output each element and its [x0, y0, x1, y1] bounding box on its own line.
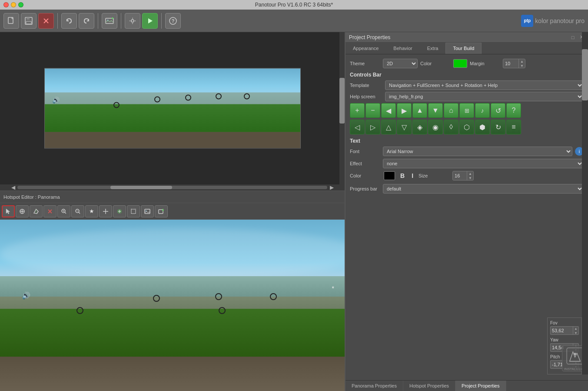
add-image-btn[interactable]	[155, 205, 168, 217]
ctrl-btn-2-7[interactable]: ◊	[444, 120, 458, 134]
hotspot-editor-title: Hotspot Editor : Panorama	[3, 194, 60, 200]
ctrl-btn-2-6[interactable]: ◉	[428, 120, 443, 134]
add-point-btn[interactable]	[99, 205, 112, 217]
v-scrollbar[interactable]	[582, 32, 588, 374]
editors-row: Hotspot Editor : Panorama □ ✕	[0, 190, 345, 391]
h-scrollbar-track[interactable]	[17, 186, 327, 189]
margin-input[interactable]	[503, 61, 518, 66]
fov-input-container: 53,62 ▲ ▼	[550, 326, 579, 335]
bottom-tab-hotspot-props[interactable]: Hotspot Properties	[403, 381, 455, 391]
size-up-btn[interactable]: ▲	[467, 171, 473, 176]
ctrl-btn-fullscreen[interactable]: ⊞	[459, 103, 474, 118]
tab-extra[interactable]: Extra	[420, 43, 446, 54]
progress-bar-select[interactable]: default custom	[383, 184, 584, 194]
prop-restore-icon[interactable]: □	[570, 34, 576, 40]
fov-up-btn[interactable]: ▲	[573, 326, 578, 331]
effect-row: Effect none shadow outline	[350, 159, 584, 168]
tab-tour-build[interactable]: Tour Build	[445, 43, 482, 54]
add-panorama-button[interactable]	[102, 13, 117, 29]
hotspot-marker[interactable]	[113, 102, 120, 108]
ctrl-btn-minus[interactable]: −	[365, 103, 380, 118]
new-button[interactable]	[3, 13, 19, 29]
help-screen-select[interactable]: img_help_fr.png	[385, 92, 584, 101]
size-down-btn[interactable]: ▼	[467, 176, 473, 180]
margin-up-btn[interactable]: ▲	[519, 59, 525, 63]
svg-point-10	[131, 20, 134, 22]
svg-point-59	[574, 353, 576, 355]
zoom-fit-btn[interactable]	[57, 205, 70, 217]
ctrl-btn-2-5[interactable]: ◈	[412, 120, 427, 134]
image-btn[interactable]	[141, 205, 154, 217]
redo-button[interactable]	[79, 13, 94, 29]
color-swatch[interactable]	[453, 59, 467, 68]
zoom-out-btn[interactable]	[71, 205, 84, 217]
text-color-swatch[interactable]	[384, 171, 395, 180]
progress-bar-row: Progress bar default custom	[350, 184, 584, 194]
fov-down-btn[interactable]: ▼	[573, 331, 578, 335]
ctrl-btn-2-3[interactable]: △	[381, 120, 396, 134]
undo-button[interactable]	[61, 13, 77, 29]
window-title: Panotour Pro V1.6.0 RC 3 64bits*	[255, 2, 333, 8]
tab-appearance[interactable]: Appearance	[345, 43, 386, 54]
preview-vscroll[interactable]	[339, 32, 345, 184]
ctrl-btn-right[interactable]: ▶	[397, 103, 412, 118]
template-select[interactable]: Navigation + FullScreen + Sound + Rotati…	[385, 80, 584, 90]
ctrl-btn-2-4[interactable]: ▽	[397, 120, 412, 134]
minimize-button[interactable]	[11, 2, 16, 7]
close-button[interactable]	[3, 2, 9, 7]
hotspot-panorama-view[interactable]: 🔊 *	[0, 220, 345, 391]
size-input[interactable]	[453, 173, 467, 178]
play-button[interactable]	[142, 13, 158, 29]
font-select[interactable]: Arial Narrow Arial Helvetica	[383, 147, 572, 156]
add-poly-btn[interactable]	[30, 205, 43, 217]
ctrl-btn-sound[interactable]: ♪	[475, 103, 490, 118]
ctrl-btn-2-9[interactable]: ⬢	[475, 120, 490, 134]
theme-select[interactable]: 2D 3D	[383, 59, 418, 68]
ctrl-btn-2-2[interactable]: ▷	[365, 120, 380, 134]
select-tool-btn[interactable]	[2, 205, 15, 217]
ctrl-btn-2-1[interactable]: ◁	[350, 120, 365, 134]
maximize-button[interactable]	[18, 2, 23, 7]
margin-arrows: ▲ ▼	[518, 59, 525, 68]
settings-button[interactable]	[125, 13, 140, 29]
margin-down-btn[interactable]: ▼	[519, 63, 525, 68]
ctrl-btn-2-8[interactable]: ⬡	[459, 120, 474, 134]
controls-bar-label: Controls Bar	[350, 72, 584, 78]
preview-image: 🔊	[44, 68, 301, 149]
star-btn[interactable]: ★	[85, 205, 98, 217]
help-button[interactable]: ?	[165, 13, 181, 29]
preview-area[interactable]: 🔊	[0, 32, 345, 184]
ctrl-btn-left[interactable]: ◀	[381, 103, 396, 118]
effect-select[interactable]: none shadow outline	[383, 159, 584, 168]
scroll-left-btn[interactable]: ◀	[9, 184, 17, 190]
close-file-button[interactable]	[38, 13, 54, 29]
delete-btn[interactable]	[43, 205, 56, 217]
ctrl-btn-help[interactable]: ?	[506, 103, 521, 118]
ctrl-btn-up[interactable]: ▲	[412, 103, 427, 118]
preview-scrollbar[interactable]: ◀ ▶	[0, 184, 345, 190]
asterisk-hotspot[interactable]: *	[332, 285, 334, 292]
add-circle-btn[interactable]	[16, 205, 29, 217]
theme-label: Theme	[350, 61, 380, 66]
bold-btn[interactable]: B	[399, 171, 406, 180]
hotspot-marker[interactable]	[216, 93, 222, 99]
ctrl-btn-plus[interactable]: +	[350, 103, 365, 118]
preview-vscroll-thumb	[339, 78, 345, 124]
ctrl-btn-rotation[interactable]: ↺	[491, 103, 505, 118]
rect-select-btn[interactable]	[127, 205, 140, 217]
theme-row: Theme 2D 3D Color Margin ▲ ▼	[350, 59, 584, 68]
tab-behavior[interactable]: Behavior	[386, 43, 419, 54]
hotspot-marker[interactable]	[154, 97, 160, 103]
bottom-tab-panorama-props[interactable]: Panorama Properties	[345, 381, 403, 391]
italic-btn[interactable]: I	[410, 171, 415, 180]
save-button[interactable]	[21, 13, 37, 29]
hotspot-marker[interactable]	[244, 93, 250, 99]
ctrl-btn-down[interactable]: ▼	[428, 103, 443, 118]
add-shape-btn[interactable]	[113, 205, 126, 217]
bottom-tab-project-props[interactable]: Project Properties	[455, 381, 506, 391]
ctrl-btn-2-11[interactable]: ≡	[506, 120, 521, 134]
ctrl-btn-home[interactable]: ⌂	[444, 103, 458, 118]
svg-rect-3	[26, 21, 31, 24]
scroll-right-btn[interactable]: ▶	[327, 184, 336, 190]
ctrl-btn-2-10[interactable]: ↻	[491, 120, 505, 134]
